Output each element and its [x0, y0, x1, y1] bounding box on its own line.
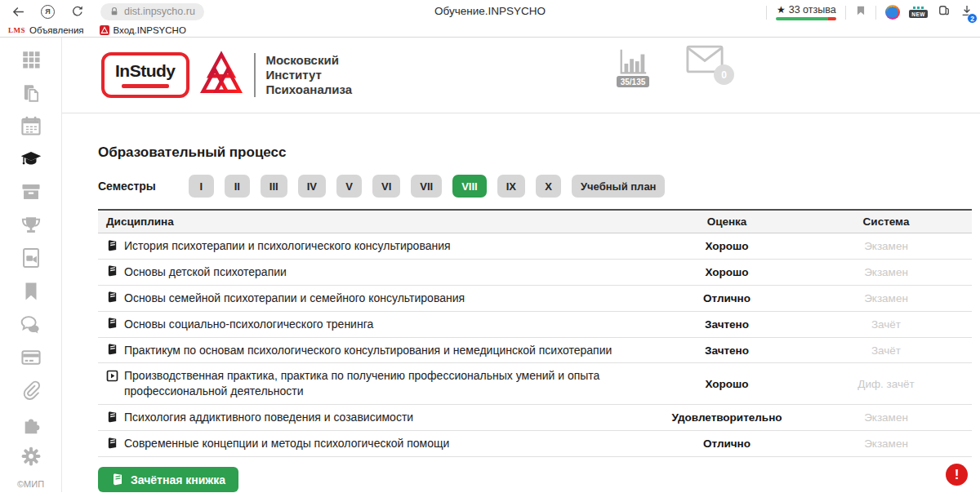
downloads-icon[interactable]: 2: [960, 3, 973, 21]
bookmark-flag-icon[interactable]: [855, 4, 866, 20]
collections-icon[interactable]: [937, 3, 951, 21]
discipline-cell[interactable]: История психотерапии и психологического …: [98, 238, 653, 254]
sidebar-item-trophy-icon[interactable]: [20, 215, 42, 236]
system-value: Экзамен: [800, 292, 972, 304]
semester-tab-ix[interactable]: IX: [497, 175, 525, 198]
sidebar-item-grid-icon[interactable]: [20, 49, 42, 70]
browser-chrome: Я dist.inpsycho.ru Обучение.INPSYCHO ★33…: [0, 0, 980, 38]
sidebar-item-extensions-icon[interactable]: [20, 413, 42, 434]
grade-value: Хорошо: [653, 240, 800, 252]
divider: [766, 6, 767, 20]
bookmark-lms[interactable]: LMS Объявления: [8, 25, 84, 35]
discipline-name: Практикум по основам психологического ко…: [124, 343, 612, 358]
sidebar-item-documents-icon[interactable]: [20, 82, 42, 104]
site-reviews-button[interactable]: ★33 отзыва: [776, 4, 836, 20]
table-row[interactable]: Производственная практика, практика по п…: [98, 363, 972, 405]
sidebar-item-bookmark-icon[interactable]: [20, 281, 42, 302]
table-row[interactable]: Основы семейной психотерапии и семейного…: [98, 286, 972, 312]
copyright-label: ©МИП: [17, 479, 44, 492]
semester-tab-i[interactable]: I: [189, 175, 214, 198]
refresh-icon[interactable]: [69, 3, 86, 20]
bookmark-inpsycho[interactable]: Вход.INPSYCHO: [100, 25, 186, 35]
sidebar-item-archive-icon[interactable]: [20, 181, 42, 202]
progress-stats-button[interactable]: 35/135: [614, 47, 652, 87]
semester-tab-ii[interactable]: II: [225, 175, 250, 198]
gradebook-button[interactable]: Зачётная книжка: [98, 467, 238, 492]
discipline-name: История психотерапии и психологического …: [124, 238, 451, 254]
table-row[interactable]: Практикум по основам психологического ко…: [98, 338, 972, 364]
table-row[interactable]: История психотерапии и психологического …: [98, 233, 972, 260]
system-value: Зачёт: [800, 344, 972, 357]
sidebar-nav: ©МИП: [0, 38, 62, 492]
book-icon: [106, 411, 118, 424]
sidebar-item-payment-icon[interactable]: [20, 347, 42, 368]
grade-value: Удовлетворительно: [653, 411, 800, 424]
sidebar-item-attachments-icon[interactable]: [20, 380, 42, 401]
lock-icon: [109, 7, 119, 16]
discipline-cell[interactable]: Психология аддиктивного поведения и соза…: [98, 410, 653, 425]
instudy-logo-text: InStudy: [115, 61, 176, 81]
extension-orb-icon[interactable]: [885, 5, 900, 20]
profile-letter: Я: [45, 7, 50, 16]
bar-chart-icon: [614, 47, 652, 79]
mip-triangle-logo[interactable]: [198, 50, 244, 100]
discipline-cell[interactable]: Основы социально-психологического тренин…: [98, 317, 653, 332]
book-icon: [106, 318, 118, 330]
sidebar-item-education-icon[interactable]: [20, 149, 42, 170]
browser-profile-icon[interactable]: Я: [41, 5, 55, 19]
download-count-badge: 2: [967, 13, 978, 24]
new-badge: NEW: [909, 10, 928, 18]
institute-name: Московский Институт Психоанализа: [266, 53, 353, 98]
discipline-cell[interactable]: Современные концепции и методы психологи…: [98, 436, 653, 451]
discipline-name: Производственная практика, практика по п…: [124, 368, 653, 399]
semester-tab-viii[interactable]: VIII: [452, 175, 487, 198]
disciplines-table: Дисциплина Оценка Система История психот…: [98, 209, 972, 457]
new-features-icon[interactable]: NEW: [909, 7, 928, 18]
progress-badge: 35/135: [617, 76, 650, 87]
semester-tab-vi[interactable]: VI: [372, 175, 400, 198]
mip-favicon: [100, 25, 109, 35]
messages-button[interactable]: 0: [686, 45, 724, 77]
semester-tab-study-plan[interactable]: Учебный план: [572, 175, 665, 198]
divider: [254, 53, 256, 97]
semester-tab-iii[interactable]: III: [261, 175, 287, 198]
discipline-cell[interactable]: Практикум по основам психологического ко…: [98, 343, 653, 358]
alert-notification-icon[interactable]: !: [946, 464, 968, 486]
table-row[interactable]: Основы детской психотерапииХорошоЭкзамен: [98, 260, 972, 286]
instudy-logo-underline: [122, 84, 169, 88]
book-icon: [106, 291, 118, 304]
book-icon: [106, 344, 118, 356]
book-icon: [106, 437, 118, 450]
table-row[interactable]: Основы социально-психологического тренин…: [98, 312, 972, 338]
discipline-name: Основы детской психотерапии: [124, 264, 287, 280]
discipline-cell[interactable]: Основы детской психотерапии: [98, 264, 653, 280]
sidebar-item-calendar-icon[interactable]: [20, 115, 42, 136]
discipline-cell[interactable]: Основы семейной психотерапии и семейного…: [98, 291, 653, 306]
gradebook-button-label: Зачётная книжка: [131, 473, 225, 486]
semester-tab-v[interactable]: V: [336, 175, 362, 198]
address-bar[interactable]: dist.inpsycho.ru: [100, 3, 204, 20]
reviews-count: 33 отзыва: [789, 4, 836, 16]
system-value: Диф. зачёт: [800, 378, 972, 390]
rating-bar: [776, 17, 836, 20]
semesters-row: Семестры IIIIIIIVVVIVIIVIIIIXXУчебный пл…: [98, 175, 980, 198]
sidebar-item-chat-icon[interactable]: [20, 313, 42, 335]
sidebar-item-video-lessons-icon[interactable]: [20, 247, 42, 269]
semester-tab-x[interactable]: X: [536, 175, 561, 198]
table-header: Дисциплина Оценка Система: [98, 209, 972, 233]
discipline-cell[interactable]: Производственная практика, практика по п…: [98, 368, 653, 399]
semester-tab-vii[interactable]: VII: [411, 175, 442, 198]
book-icon: [111, 473, 124, 486]
sidebar-item-settings-icon[interactable]: [20, 446, 42, 467]
semester-tab-iv[interactable]: IV: [298, 175, 326, 198]
system-value: Зачёт: [800, 318, 972, 331]
discipline-name: Психология аддиктивного поведения и соза…: [124, 410, 413, 425]
table-row[interactable]: Современные концепции и методы психологи…: [98, 431, 972, 457]
table-row[interactable]: Психология аддиктивного поведения и соза…: [98, 405, 972, 431]
lms-icon: LMS: [8, 26, 25, 34]
instudy-logo[interactable]: InStudy: [101, 52, 189, 98]
divider: [875, 6, 876, 20]
grade-value: Зачтено: [653, 318, 800, 331]
column-header-discipline: Дисциплина: [98, 215, 653, 228]
back-icon[interactable]: [10, 3, 26, 20]
